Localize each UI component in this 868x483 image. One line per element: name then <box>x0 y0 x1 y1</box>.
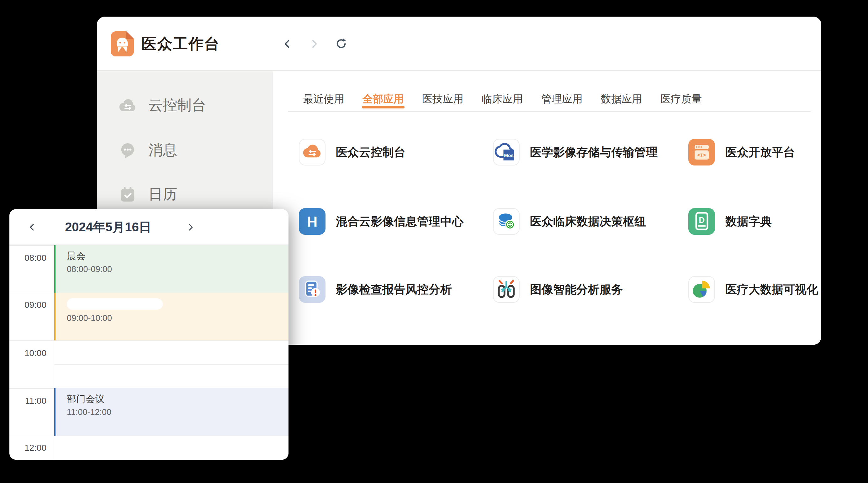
tab-recent[interactable]: 最近使用 <box>303 92 344 106</box>
cloud-settings-icon <box>300 139 325 165</box>
app-logo-icon <box>111 31 134 57</box>
tab-data-apps[interactable]: 数据应用 <box>601 92 642 106</box>
sidebar-item-messages[interactable]: 消息 <box>97 136 273 164</box>
desktop-background: { "header": { "title": "医众工作台", "nav_ico… <box>0 0 868 483</box>
report-risk-icon <box>299 276 326 303</box>
hybrid-cloud-h-icon: H <box>299 208 326 235</box>
app-item-report-risk-analysis[interactable]: 影像检查报告风控分析 <box>299 276 452 303</box>
calendar-prev-day-icon[interactable] <box>25 209 40 245</box>
calendar-header: 2024年5月16日 <box>9 209 288 245</box>
time-label: 11:00 <box>9 396 46 406</box>
calendar-day-grid: 08:00 09:00 10:00 11:00 12:00 晨会 08:00-0… <box>9 245 288 460</box>
calendar-icon <box>118 185 137 204</box>
content-area: 最近使用 全部应用 医技应用 临床应用 管理应用 数据应用 医疗质量 医众云控制… <box>273 71 821 345</box>
tab-admin-apps[interactable]: 管理应用 <box>541 92 583 106</box>
hour-line <box>9 436 288 436</box>
clinical-database-icon <box>494 208 519 235</box>
calendar-date-label: 2024年5月16日 <box>57 209 160 245</box>
event-time: 09:00-10:00 <box>67 314 288 323</box>
svg-text:H: H <box>307 214 317 230</box>
event-title: 部门会议 <box>67 393 288 405</box>
back-icon[interactable] <box>281 38 293 50</box>
sidebar-item-cloud-console[interactable]: 云控制台 <box>97 91 273 120</box>
lungs-ai-icon <box>494 276 519 303</box>
time-label: 12:00 <box>9 443 46 453</box>
header-nav <box>281 17 347 71</box>
calendar-panel: 2024年5月16日 08:00 09:00 10:00 11:00 12:00… <box>9 209 288 460</box>
sidebar-item-label: 云控制台 <box>148 96 206 115</box>
calendar-event-morning-meeting[interactable]: 晨会 08:00-09:00 <box>54 245 288 293</box>
redacted-event-title <box>67 298 163 310</box>
svg-text:Mos: Mos <box>504 153 513 158</box>
time-label: 09:00 <box>9 300 46 310</box>
pie-chart-icon <box>689 276 714 303</box>
time-column-divider <box>54 245 54 460</box>
app-label: 影像检查报告风控分析 <box>336 282 452 297</box>
svg-text:D: D <box>699 215 705 225</box>
event-time: 08:00-09:00 <box>67 264 288 274</box>
calendar-event-redacted[interactable]: 09:00-10:00 <box>54 293 288 341</box>
calendar-event-department-meeting[interactable]: 部门会议 11:00-12:00 <box>54 388 288 436</box>
time-label: 10:00 <box>9 349 46 358</box>
forward-icon[interactable] <box>308 38 320 50</box>
open-platform-code-icon: </> <box>688 139 715 165</box>
calendar-next-day-icon[interactable] <box>183 209 198 245</box>
app-label: 医众开放平台 <box>725 144 795 160</box>
sidebar-item-label: 消息 <box>148 140 177 160</box>
event-time: 11:00-12:00 <box>67 408 288 417</box>
app-label: 医众临床数据决策枢纽 <box>530 214 646 229</box>
tabs-divider <box>288 111 811 112</box>
window-header: 医众工作台 <box>97 17 821 71</box>
sidebar-item-calendar[interactable]: 日历 <box>97 180 273 208</box>
tab-quality[interactable]: 医疗质量 <box>660 92 702 106</box>
event-title: 晨会 <box>67 250 288 262</box>
app-label: 医疗大数据可视化 <box>725 282 818 297</box>
app-item-clinical-data-hub[interactable]: 医众临床数据决策枢纽 <box>493 208 646 235</box>
app-item-cloud-console[interactable]: 医众云控制台 <box>299 139 405 165</box>
data-dictionary-icon: D <box>688 208 715 235</box>
app-item-open-platform[interactable]: </> 医众开放平台 <box>688 139 795 165</box>
cloud-console-icon <box>118 96 137 115</box>
message-icon <box>118 141 137 160</box>
svg-text:</>: </> <box>698 152 706 158</box>
time-label: 08:00 <box>9 253 46 263</box>
tab-clinical-apps[interactable]: 临床应用 <box>482 92 523 106</box>
refresh-icon[interactable] <box>335 38 347 50</box>
app-label: 医学影像存储与传输管理 <box>530 144 658 160</box>
app-label: 图像智能分析服务 <box>530 282 623 297</box>
half-hour-line <box>54 364 288 365</box>
tab-bar: 最近使用 全部应用 医技应用 临床应用 管理应用 数据应用 医疗质量 <box>303 92 702 106</box>
mos-cloud-icon: Mos <box>494 139 519 165</box>
tab-all-apps[interactable]: 全部应用 <box>363 92 404 106</box>
app-title: 医众工作台 <box>142 17 220 71</box>
tab-medtech-apps[interactable]: 医技应用 <box>422 92 463 106</box>
app-label: 数据字典 <box>725 214 772 229</box>
app-item-image-ai-analysis[interactable]: 图像智能分析服务 <box>493 276 623 303</box>
hour-line <box>9 341 288 341</box>
sidebar-item-label: 日历 <box>148 185 177 204</box>
app-item-image-storage[interactable]: Mos 医学影像存储与传输管理 <box>493 139 658 165</box>
app-item-data-dictionary[interactable]: D 数据字典 <box>688 208 772 235</box>
app-item-big-data-visualization[interactable]: 医疗大数据可视化 <box>688 276 818 303</box>
app-label: 医众云控制台 <box>336 144 405 160</box>
app-item-hybrid-cloud-center[interactable]: H 混合云影像信息管理中心 <box>299 208 463 235</box>
app-label: 混合云影像信息管理中心 <box>336 214 463 229</box>
